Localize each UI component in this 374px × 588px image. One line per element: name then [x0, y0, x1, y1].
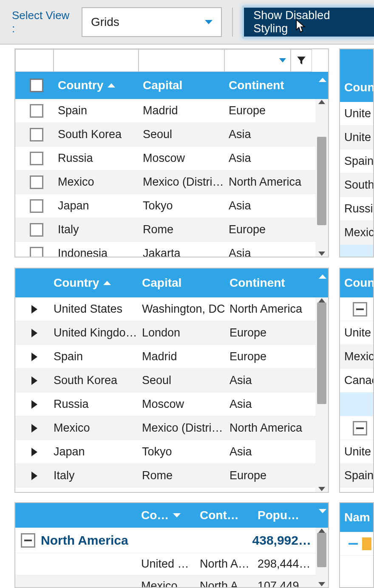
tree-row[interactable] — [340, 532, 373, 556]
scroll-thumb[interactable] — [317, 302, 326, 404]
header-country[interactable]: Coun — [340, 73, 373, 102]
table-row[interactable]: Canac — [340, 369, 373, 393]
table-row[interactable]: Mexic — [340, 345, 373, 369]
table-row[interactable]: MexicoMexico (Distri…North America — [15, 170, 315, 194]
expand-icon[interactable] — [31, 472, 37, 480]
table-row[interactable]: RussiaMoscowAsia — [15, 147, 315, 170]
table-row[interactable]: JapanTokyoAsia — [15, 194, 315, 218]
expand-icon[interactable] — [31, 376, 37, 385]
table-row[interactable]: United Kingdo…LondonEurope — [15, 321, 315, 345]
row-checkbox[interactable] — [30, 247, 43, 257]
table-row[interactable]: MexicoNorth A…107,449,… — [15, 575, 315, 587]
header-country[interactable]: Country — [54, 72, 139, 99]
header-country[interactable]: Country — [49, 269, 138, 297]
filter-cell-continent-dropdown[interactable] — [224, 49, 291, 72]
show-disabled-styling-button[interactable]: Show Disabled Styling — [242, 6, 374, 38]
cell-continent: North A… — [196, 580, 253, 587]
cell-continent: North America — [225, 421, 313, 435]
collapse-icon[interactable] — [353, 421, 367, 435]
table-row[interactable]: South KoreaSeoulAsia — [15, 369, 315, 393]
group-header-row[interactable] — [340, 416, 373, 440]
header-continent[interactable]: Continent — [224, 72, 312, 99]
table-row[interactable]: MexicoMexico (Distri…North America — [15, 416, 315, 440]
scroll-down-icon[interactable] — [318, 582, 325, 586]
group-header-row[interactable]: North America 438,992… — [15, 528, 315, 553]
table-row[interactable]: Spain — [340, 150, 373, 173]
select-view-label: Select View : — [12, 9, 74, 35]
table-row[interactable]: South KoreaSeoulAsia — [15, 123, 315, 147]
table-row[interactable]: Unite — [340, 102, 373, 126]
filter-funnel-button[interactable] — [291, 49, 312, 72]
chevron-down-icon — [205, 20, 212, 24]
view-select[interactable]: Grids — [82, 7, 222, 37]
row-checkbox[interactable] — [30, 175, 43, 189]
scroll-up-icon[interactable] — [318, 100, 325, 104]
grid-header: Co… Cont… Popu… — [15, 503, 328, 528]
filter-cell-checkbox[interactable] — [15, 49, 54, 72]
table-row[interactable]: Unite — [340, 321, 373, 345]
expand-icon[interactable] — [31, 424, 37, 433]
scroll-thumb[interactable] — [317, 533, 326, 567]
expand-icon[interactable] — [31, 353, 37, 361]
row-checkbox[interactable] — [30, 152, 43, 165]
table-row[interactable]: SpainMadridEurope — [15, 99, 315, 123]
header-country[interactable]: Co… — [137, 503, 196, 528]
table-row[interactable]: Unite — [340, 126, 373, 150]
expand-icon[interactable] — [31, 448, 37, 456]
header-continent[interactable]: Cont… — [196, 503, 253, 528]
scroll-track[interactable] — [315, 104, 328, 252]
table-row[interactable]: ItalyRomeEurope — [15, 218, 315, 242]
expand-icon[interactable] — [31, 400, 37, 409]
row-checkbox[interactable] — [30, 128, 43, 141]
filter-cell-capital[interactable] — [139, 49, 224, 72]
header-population[interactable]: Popu… — [253, 503, 311, 528]
table-row[interactable]: IndonesiaJakartaAsia — [15, 242, 315, 257]
vertical-scrollbar[interactable] — [315, 297, 328, 492]
collapse-icon[interactable] — [348, 543, 358, 545]
cell-continent: Europe — [224, 104, 312, 117]
select-all-checkbox[interactable] — [30, 79, 43, 92]
table-row[interactable]: RussiaMoscowAsia — [15, 393, 315, 416]
table-row[interactable]: United StatesWashington, DCNorth America — [15, 297, 315, 321]
selected-row[interactable] — [340, 393, 373, 416]
row-checkbox[interactable] — [30, 104, 43, 118]
scroll-up-icon[interactable] — [318, 529, 325, 533]
table-row[interactable]: Unite — [340, 440, 373, 464]
table-row[interactable]: United S…North A…298,444,… — [15, 553, 315, 575]
header-capital[interactable]: Capital — [138, 269, 225, 297]
scroll-down-icon[interactable] — [318, 252, 325, 256]
expand-icon[interactable] — [31, 329, 37, 337]
table-row[interactable]: Russi — [340, 197, 373, 221]
header-checkbox-cell[interactable] — [15, 72, 54, 99]
table-row[interactable]: JapanTokyoAsia — [15, 440, 315, 464]
funnel-icon — [296, 55, 307, 66]
cell-country: Japan — [54, 199, 139, 212]
cell-country: Indonesia — [54, 247, 139, 257]
scroll-track[interactable] — [315, 302, 328, 487]
row-checkbox[interactable] — [30, 223, 43, 237]
header-name[interactable]: Nam — [340, 503, 373, 532]
row-checkbox[interactable] — [30, 199, 43, 213]
cell-country: Mexico — [49, 421, 138, 435]
table-row[interactable]: ItalyRomeEurope — [15, 464, 315, 488]
table-row[interactable]: South — [340, 173, 373, 197]
table-row[interactable]: Spain — [340, 464, 373, 488]
header-country[interactable]: Coun — [340, 269, 373, 297]
group-header-row[interactable] — [340, 297, 373, 321]
vertical-scrollbar[interactable] — [315, 99, 328, 257]
scroll-track[interactable] — [315, 533, 328, 582]
table-row[interactable]: Mexic — [340, 221, 373, 245]
selected-row[interactable] — [340, 245, 373, 257]
collapse-icon[interactable] — [353, 302, 367, 317]
scroll-up-icon[interactable] — [318, 298, 325, 302]
expand-icon[interactable] — [31, 305, 37, 314]
scroll-thumb[interactable] — [317, 137, 326, 225]
collapse-icon[interactable] — [21, 533, 35, 548]
filter-cell-country[interactable] — [54, 49, 139, 72]
header-continent[interactable]: Continent — [225, 269, 313, 297]
table-row[interactable]: SpainMadridEurope — [15, 345, 315, 369]
scroll-down-icon[interactable] — [318, 487, 325, 491]
vertical-scrollbar[interactable] — [315, 528, 328, 587]
header-country-label: Country — [58, 79, 103, 92]
header-capital[interactable]: Capital — [139, 72, 224, 99]
